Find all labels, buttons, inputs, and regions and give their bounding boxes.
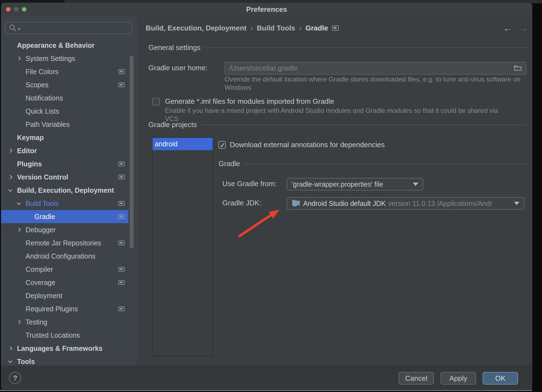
sidebar-item-label: Deployment bbox=[26, 292, 62, 300]
sidebar-item-label: Debugger bbox=[26, 226, 56, 234]
gradle-subsection-title: Gradle bbox=[219, 159, 240, 168]
chevron-right-icon[interactable] bbox=[17, 228, 21, 232]
gradle-projects-title: Gradle projects bbox=[148, 121, 197, 129]
sidebar-item-label: Quick Lists bbox=[26, 107, 59, 115]
sidebar-item-trusted-locations[interactable]: Trusted Locations bbox=[1, 329, 128, 342]
separator-rule bbox=[244, 164, 526, 164]
open-in-window-icon bbox=[118, 241, 125, 245]
apply-button[interactable]: Apply bbox=[441, 372, 476, 385]
generate-iml-label: Generate *.iml files for modules importe… bbox=[165, 97, 334, 106]
sidebar-item-label: Android Configurations bbox=[26, 252, 95, 260]
sidebar-item-plugins[interactable]: Plugins bbox=[1, 157, 128, 170]
red-annotation-arrow bbox=[232, 206, 284, 242]
breadcrumb-item-build-execution-deployment[interactable]: Build, Execution, Deployment bbox=[146, 24, 247, 32]
gradle-subsection-header: Gradle bbox=[219, 159, 526, 168]
gradle-projects-list: android bbox=[152, 137, 213, 356]
chevron-down-icon[interactable] bbox=[8, 188, 13, 192]
sidebar-item-system-settings[interactable]: System Settings bbox=[1, 52, 128, 65]
settings-search-box[interactable] bbox=[5, 22, 132, 34]
chevron-right-icon[interactable] bbox=[17, 320, 21, 324]
ok-button[interactable]: OK bbox=[483, 372, 518, 385]
sidebar-scrollbar[interactable] bbox=[130, 56, 134, 248]
chevron-right-icon[interactable] bbox=[8, 149, 13, 153]
sidebar-item-android-configurations[interactable]: Android Configurations bbox=[1, 250, 128, 263]
chevron-down-icon[interactable] bbox=[17, 201, 21, 205]
forward-arrow-icon[interactable]: → bbox=[519, 23, 528, 33]
dialog-footer: ? Cancel Apply OK bbox=[1, 366, 532, 390]
open-in-window-icon bbox=[118, 201, 125, 206]
sidebar-item-keymap[interactable]: Keymap bbox=[1, 131, 128, 144]
gradle-user-home-hint: Override the default location where Grad… bbox=[225, 75, 532, 92]
chevron-down-icon[interactable] bbox=[8, 359, 13, 363]
sidebar-item-remote-jar-repositories[interactable]: Remote Jar Repositories bbox=[1, 236, 128, 250]
download-annotations-checkbox[interactable] bbox=[218, 141, 226, 149]
breadcrumb-item-build-tools[interactable]: Build Tools bbox=[257, 24, 295, 32]
project-list-item-android[interactable]: android bbox=[153, 138, 213, 150]
sidebar-item-debugger[interactable]: Debugger bbox=[1, 223, 128, 236]
sidebar-item-label: Keymap bbox=[17, 134, 44, 142]
sidebar-item-label: Version Control bbox=[17, 173, 68, 181]
search-input[interactable] bbox=[23, 24, 132, 32]
sidebar-item-label: Build, Execution, Deployment bbox=[17, 186, 114, 194]
sidebar-item-label: Plugins bbox=[17, 160, 42, 168]
sidebar-item-compiler[interactable]: Compiler bbox=[1, 263, 128, 276]
sidebar-item-file-colors[interactable]: File Colors bbox=[1, 65, 128, 78]
sidebar-item-testing[interactable]: Testing bbox=[1, 315, 128, 329]
back-arrow-icon[interactable]: ← bbox=[503, 23, 512, 33]
sidebar-item-required-plugins[interactable]: Required Plugins bbox=[1, 302, 128, 315]
gradle-user-home-label: Gradle user home: bbox=[148, 64, 208, 72]
sidebar-item-notifications[interactable]: Notifications bbox=[1, 91, 128, 105]
generate-iml-checkbox[interactable] bbox=[152, 98, 160, 105]
open-in-window-icon bbox=[118, 267, 125, 272]
sidebar-item-editor[interactable]: Editor bbox=[1, 144, 128, 157]
screen: Preferences Appearance & BehaviorSystem … bbox=[0, 0, 542, 392]
titlebar: Preferences bbox=[1, 3, 532, 16]
gradle-jdk-value: Android Studio default JDK bbox=[303, 200, 386, 208]
preferences-dialog: Preferences Appearance & BehaviorSystem … bbox=[1, 3, 532, 390]
search-icon bbox=[9, 24, 21, 32]
breadcrumb-window-icon bbox=[332, 26, 339, 31]
chevron-right-icon[interactable] bbox=[17, 56, 21, 61]
gradle-jdk-dropdown[interactable]: Android Studio default JDK version 11.0.… bbox=[287, 197, 524, 210]
gradle-user-home-input[interactable] bbox=[229, 64, 514, 72]
use-gradle-from-label: Use Gradle from: bbox=[222, 180, 277, 188]
sidebar-item-quick-lists[interactable]: Quick Lists bbox=[1, 105, 128, 118]
footer-buttons: Cancel Apply OK bbox=[399, 372, 518, 385]
download-annotations-label: Download external annotations for depend… bbox=[230, 141, 385, 149]
general-settings-header: General settings bbox=[148, 43, 526, 52]
help-button[interactable]: ? bbox=[9, 372, 21, 384]
breadcrumb: Build, Execution, Deployment›Build Tools… bbox=[146, 21, 339, 35]
sidebar-item-path-variables[interactable]: Path Variables bbox=[1, 118, 128, 131]
sidebar-item-gradle[interactable]: Gradle bbox=[1, 210, 128, 223]
open-in-window-icon bbox=[118, 307, 125, 311]
sidebar-item-label: Notifications bbox=[26, 94, 63, 102]
search-options-caret-icon[interactable] bbox=[18, 28, 21, 30]
sidebar-item-build-execution-deployment[interactable]: Build, Execution, Deployment bbox=[1, 184, 128, 197]
sidebar-item-build-tools[interactable]: Build Tools bbox=[1, 197, 128, 210]
sidebar-item-label: Scopes bbox=[26, 81, 48, 89]
browse-folder-icon[interactable] bbox=[514, 64, 522, 72]
sidebar-item-label: Compiler bbox=[26, 265, 53, 273]
sidebar-items: Appearance & BehaviorSystem SettingsFile… bbox=[1, 39, 137, 366]
history-nav: ← → bbox=[503, 21, 528, 35]
use-gradle-from-dropdown[interactable]: 'gradle-wrapper.properties' file bbox=[287, 178, 423, 191]
sidebar-item-appearance-behavior[interactable]: Appearance & Behavior bbox=[1, 39, 128, 52]
separator-rule bbox=[205, 47, 526, 48]
open-in-window-icon bbox=[118, 280, 125, 285]
sidebar-item-label: Languages & Frameworks bbox=[17, 345, 103, 352]
chevron-right-icon[interactable] bbox=[8, 346, 13, 351]
sidebar-item-scopes[interactable]: Scopes bbox=[1, 78, 128, 91]
open-in-window-icon bbox=[118, 69, 125, 74]
breadcrumb-item-gradle[interactable]: Gradle bbox=[305, 24, 328, 32]
sidebar-item-label: Appearance & Behavior bbox=[17, 41, 95, 49]
sidebar-item-tools[interactable]: Tools bbox=[1, 355, 128, 366]
sidebar-item-label: Testing bbox=[26, 318, 47, 326]
sidebar-item-label: Path Variables bbox=[26, 121, 70, 128]
sidebar-item-deployment[interactable]: Deployment bbox=[1, 289, 128, 302]
sidebar-item-version-control[interactable]: Version Control bbox=[1, 170, 128, 184]
chevron-right-icon[interactable] bbox=[8, 175, 13, 179]
sidebar-item-coverage[interactable]: Coverage bbox=[1, 276, 128, 289]
cancel-button[interactable]: Cancel bbox=[399, 372, 434, 385]
sidebar-item-label: Trusted Locations bbox=[26, 331, 80, 339]
sidebar-item-languages-frameworks[interactable]: Languages & Frameworks bbox=[1, 342, 128, 355]
